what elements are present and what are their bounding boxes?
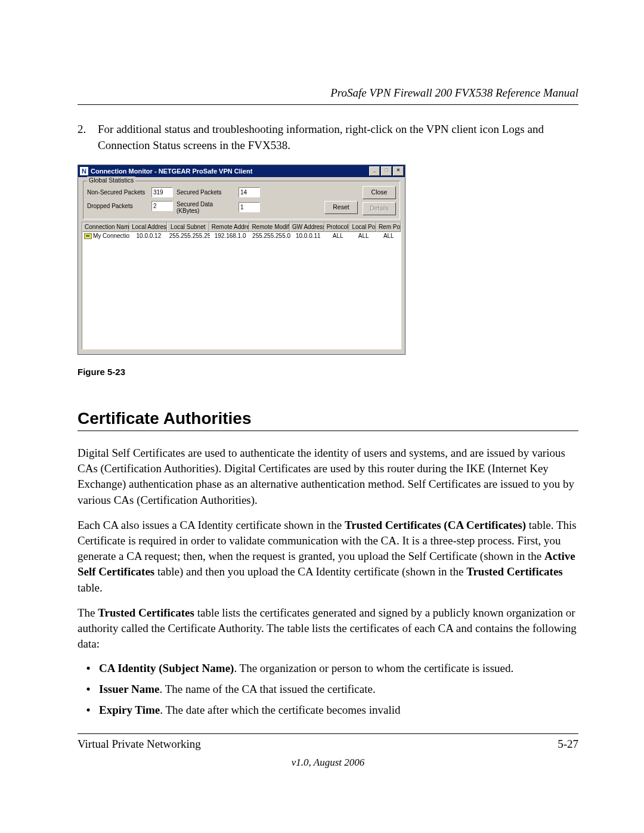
cell-local-address: 10.0.0.12	[130, 232, 168, 240]
app-icon: N	[80, 167, 88, 175]
step-number: 2.	[78, 122, 98, 154]
list-item: •Expiry Time. The date after which the c…	[78, 701, 578, 719]
minimize-button[interactable]: _	[369, 166, 380, 176]
col-gw-address[interactable]: GW Address	[290, 222, 324, 232]
window-title: Connection Monitor - NETGEAR ProSafe VPN…	[91, 168, 252, 175]
cell-remote-address: 192.168.1.0	[210, 232, 250, 240]
paragraph-3: The Trusted Certificates table lists the…	[78, 605, 578, 652]
bullet-list: •CA Identity (Subject Name). The organiz…	[78, 659, 578, 719]
page-footer: Virtual Private Networking 5-27	[78, 733, 578, 751]
col-protocol[interactable]: Protocol	[324, 222, 350, 232]
table-row[interactable]: My Connection... 10.0.0.12 255.255.255.2…	[82, 232, 401, 240]
col-remote-modifier[interactable]: Remote Modifier	[249, 222, 290, 232]
cell-protocol: ALL	[326, 232, 351, 240]
section-heading: Certificate Authorities	[78, 409, 578, 431]
cell-gw-address: 10.0.0.11	[291, 232, 326, 240]
dropped-value: 2	[151, 201, 173, 211]
group-legend: Global Statistics	[87, 176, 135, 184]
global-statistics-group: Global Statistics Non-Secured Packets 31…	[83, 181, 400, 219]
col-local-address[interactable]: Local Address	[129, 222, 167, 232]
cell-local-subnet: 255.255.255.255	[168, 232, 210, 240]
paragraph-1: Digital Self Certificates are used to au…	[78, 445, 578, 508]
secured-data-label: Secured Data (KBytes)	[177, 201, 236, 214]
close-window-button[interactable]: ×	[393, 166, 404, 176]
reset-button[interactable]: Reset	[324, 201, 358, 214]
footer-version: v1.0, August 2006	[78, 757, 578, 769]
cell-local-port: ALL	[351, 232, 377, 240]
window-titlebar: N Connection Monitor - NETGEAR ProSafe V…	[78, 165, 405, 177]
cell-connection-name: My Connection...	[82, 232, 130, 240]
col-local-subnet[interactable]: Local Subnet	[167, 222, 209, 232]
secured-pkts-label: Secured Packets	[177, 189, 236, 196]
paragraph-2: Each CA also issues a CA Identity certif…	[78, 518, 578, 596]
cell-remote-modifier: 255.255.255.0	[250, 232, 291, 240]
connection-icon	[84, 233, 92, 239]
listview-header: Connection Name Local Address Local Subn…	[82, 222, 401, 232]
dropped-label: Dropped Packets	[87, 203, 149, 209]
list-item: •CA Identity (Subject Name). The organiz…	[78, 659, 578, 677]
step-text: For additional status and troubleshootin…	[98, 122, 578, 154]
col-local-port[interactable]: Local Port	[349, 222, 376, 232]
cell-rem-port: ALL	[377, 232, 401, 240]
maximize-button[interactable]: □	[381, 166, 392, 176]
footer-page-number: 5-27	[558, 738, 578, 751]
col-connection-name[interactable]: Connection Name	[82, 222, 129, 232]
figure-caption: Figure 5-23	[78, 367, 578, 377]
close-button[interactable]: Close	[363, 186, 396, 199]
step-item: 2. For additional status and troubleshoo…	[78, 122, 578, 154]
non-secured-label: Non-Secured Packets	[87, 189, 149, 196]
list-item: •Issuer Name. The name of the CA that is…	[78, 680, 578, 698]
details-button[interactable]: Details	[363, 202, 396, 215]
col-remote-address[interactable]: Remote Address	[209, 222, 250, 232]
footer-section: Virtual Private Networking	[78, 738, 201, 751]
non-secured-value: 319	[151, 187, 173, 197]
col-rem-port[interactable]: Rem Port	[376, 222, 401, 232]
secured-pkts-value: 14	[239, 187, 260, 197]
connection-monitor-window: N Connection Monitor - NETGEAR ProSafe V…	[78, 165, 405, 355]
running-header: ProSafe VPN Firewall 200 FVX538 Referenc…	[78, 86, 578, 105]
secured-data-value: 1	[239, 202, 260, 212]
connections-listview[interactable]: Connection Name Local Address Local Subn…	[82, 222, 401, 349]
